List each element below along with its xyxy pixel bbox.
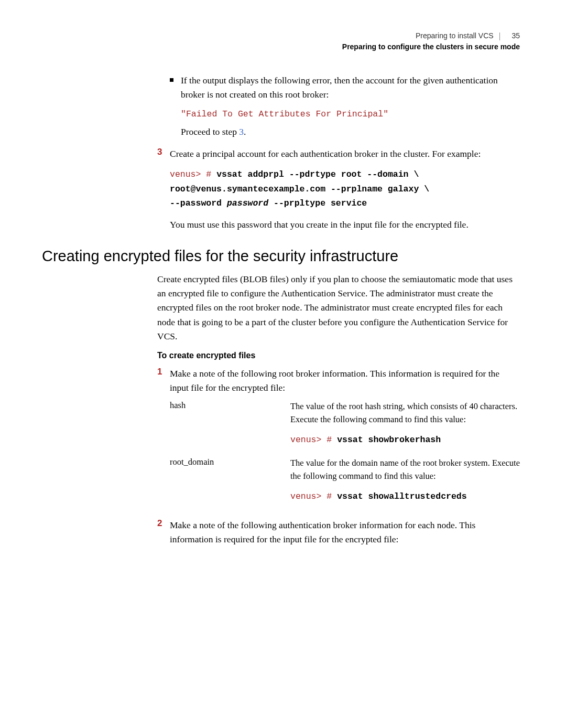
step-body: Create a principal account for each auth…	[170, 147, 520, 161]
step-3: 3 Create a principal account for each au…	[157, 147, 520, 161]
code-prompt: venus> #	[290, 435, 337, 445]
table-row: root_domain The value for the domain nam…	[170, 457, 520, 503]
bullet-icon	[170, 78, 173, 82]
code-cmd: --password	[170, 198, 227, 208]
page-number: 35	[511, 31, 520, 40]
table-val: The value for the domain name of the roo…	[290, 457, 520, 503]
table-desc: The value for the domain name of the roo…	[290, 457, 520, 483]
step-number: 3	[157, 147, 170, 161]
code-cmd: vssat addprpl --pdrtype root --domain \	[216, 169, 419, 179]
table-desc: The value of the root hash string, which…	[290, 400, 520, 426]
code-prompt: venus> #	[170, 169, 216, 179]
bullet-text: If the output displays the following err…	[181, 73, 520, 102]
step-link[interactable]: 3	[239, 126, 244, 137]
header-separator	[499, 33, 500, 40]
header-section: Preparing to configure the clusters in s…	[42, 41, 520, 52]
bullet-item: If the output displays the following err…	[157, 73, 520, 102]
step-2: 2 Make a note of the following authentic…	[157, 518, 520, 547]
step-3-after: You must use this password that you crea…	[170, 218, 520, 232]
table-key-hash: hash	[170, 400, 290, 446]
step-number: 2	[157, 518, 170, 547]
step-number: 1	[157, 367, 170, 395]
table-val: The value of the root hash string, which…	[290, 400, 520, 446]
step-body: Make a note of the following authenticat…	[170, 518, 520, 547]
table-key-root-domain: root_domain	[170, 457, 290, 503]
code-cmd: root@venus.symantecexample.com --prplnam…	[170, 184, 429, 194]
proceed-text: Proceed to step 3.	[181, 126, 520, 137]
proceed-prefix: Proceed to step	[181, 126, 239, 137]
code-prompt: venus> #	[290, 491, 337, 501]
subheading: To create encrypted files	[157, 351, 520, 360]
table-row: hash The value of the root hash string, …	[170, 400, 520, 446]
code-block: "Failed To Get Attributes For Principal"	[181, 109, 520, 119]
proceed-suffix: .	[244, 126, 246, 137]
step-1: 1 Make a note of the following root brok…	[157, 367, 520, 395]
section-intro: Create encrypted files (BLOB files) only…	[157, 272, 520, 344]
step-3-code: venus> # vssat addprpl --pdrtype root --…	[170, 167, 520, 210]
step-body: Make a note of the following root broker…	[170, 367, 520, 395]
code-cmd: vssat showbrokerhash	[337, 435, 441, 445]
code-cmd: --prpltype service	[268, 198, 367, 208]
section-heading: Creating encrypted files for the securit…	[42, 248, 520, 265]
header-chapter: Preparing to install VCS	[416, 31, 494, 40]
code-var: password	[227, 198, 268, 208]
code-cmd: vssat showalltrustedcreds	[337, 491, 467, 501]
